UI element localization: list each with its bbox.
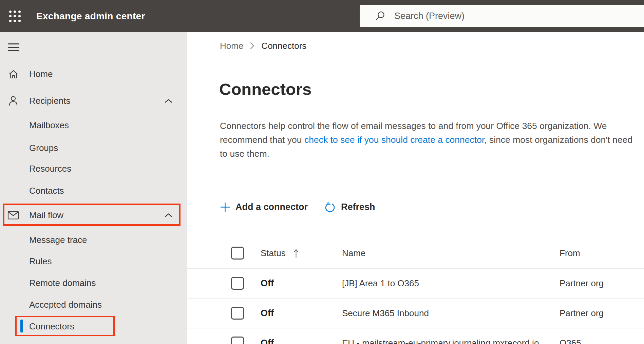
sidebar-item-recipients[interactable]: Recipients — [0, 90, 187, 112]
sidebar-item-label: Contacts — [29, 186, 64, 196]
left-nav: Home Recipients Mailboxes Groups Resourc… — [0, 32, 187, 344]
sidebar-item-label: Connectors — [29, 321, 74, 332]
breadcrumb-current: Connectors — [261, 41, 306, 51]
selected-item-indicator — [20, 320, 23, 332]
toolbar-divider — [220, 192, 644, 192]
page-description: Connectors help control the flow of emai… — [220, 119, 641, 161]
sidebar-item-contacts[interactable]: Contacts — [0, 180, 187, 202]
refresh-label: Refresh — [341, 202, 375, 212]
app-launcher-waffle-icon[interactable] — [8, 9, 22, 23]
connector-status: Off — [261, 278, 274, 289]
breadcrumb-home-link[interactable]: Home — [220, 41, 243, 51]
sort-ascending-icon[interactable] — [293, 248, 299, 258]
home-icon — [7, 68, 19, 80]
main-content: Home Connectors Connectors Connectors he… — [187, 32, 644, 344]
person-icon — [7, 95, 19, 107]
sidebar-item-rules[interactable]: Rules — [0, 250, 187, 272]
connector-name[interactable]: [JB] Area 1 to O365 — [342, 278, 560, 289]
chevron-right-icon — [250, 42, 254, 50]
sidebar-item-resources[interactable]: Resources — [0, 158, 187, 179]
sidebar-item-accepted-domains[interactable]: Accepted domains — [0, 294, 187, 316]
sidebar-item-mail-flow[interactable]: Mail flow — [0, 204, 187, 226]
connector-status: Off — [261, 338, 274, 344]
chevron-up-icon[interactable] — [165, 213, 172, 217]
connector-status: Off — [261, 308, 274, 319]
connector-from: O365 — [560, 338, 644, 344]
select-all-checkbox[interactable] — [231, 247, 244, 260]
row-checkbox[interactable] — [231, 337, 244, 344]
create-connector-check-link[interactable]: check to see if you should create a conn… — [304, 135, 487, 145]
add-connector-label: Add a connector — [235, 202, 308, 212]
sidebar-item-label: Mail flow — [29, 210, 63, 221]
row-checkbox[interactable] — [231, 307, 244, 320]
sidebar-item-message-trace[interactable]: Message trace — [0, 229, 187, 251]
sidebar-item-label: Groups — [29, 143, 58, 153]
sidebar-item-mailboxes[interactable]: Mailboxes — [0, 114, 187, 136]
refresh-icon — [324, 201, 336, 213]
connector-name[interactable]: Secure M365 Inbound — [342, 308, 560, 319]
command-bar: Add a connector Refresh — [220, 197, 375, 217]
sidebar-item-groups[interactable]: Groups — [0, 137, 187, 159]
connector-name[interactable]: EU - mailstream-eu-primary.journaling.mx… — [342, 338, 560, 344]
page-title: Connectors — [219, 80, 311, 99]
sidebar-item-label: Home — [29, 69, 53, 79]
table-header-row: Status Name From — [187, 238, 644, 269]
sidebar-item-label: Mailboxes — [29, 120, 69, 131]
mail-icon — [7, 209, 19, 221]
plus-icon — [220, 202, 230, 212]
table-row[interactable]: Off [JB] Area 1 to O365 Partner org — [187, 269, 644, 299]
sidebar-item-label: Message trace — [29, 235, 87, 245]
table-row[interactable]: Off EU - mailstream-eu-primary.journalin… — [187, 328, 644, 344]
search-icon — [375, 11, 385, 21]
connector-from: Partner org — [560, 308, 644, 319]
connector-from: Partner org — [560, 278, 644, 289]
breadcrumb: Home Connectors — [220, 40, 306, 52]
column-header-status[interactable]: Status — [261, 248, 286, 259]
column-header-from[interactable]: From — [560, 248, 644, 259]
table-row[interactable]: Off Secure M365 Inbound Partner org — [187, 299, 644, 328]
add-connector-button[interactable]: Add a connector — [220, 202, 308, 212]
top-app-bar: Exchange admin center Search (Preview) — [0, 0, 644, 32]
sidebar-item-label: Rules — [29, 256, 52, 267]
column-header-name[interactable]: Name — [342, 248, 560, 259]
sidebar-item-label: Accepted domains — [29, 300, 102, 310]
app-title: Exchange admin center — [36, 0, 145, 32]
sidebar-item-label: Recipients — [29, 96, 70, 106]
sidebar-item-remote-domains[interactable]: Remote domains — [0, 272, 187, 294]
hamburger-menu-icon[interactable] — [8, 43, 19, 51]
search-input[interactable]: Search (Preview) — [360, 5, 644, 27]
sidebar-item-connectors[interactable]: Connectors — [0, 316, 187, 337]
refresh-button[interactable]: Refresh — [324, 201, 375, 213]
row-checkbox[interactable] — [231, 277, 244, 290]
sidebar-item-label: Resources — [29, 164, 71, 174]
chevron-up-icon[interactable] — [165, 99, 172, 103]
sidebar-item-label: Remote domains — [29, 278, 96, 288]
search-placeholder: Search (Preview) — [394, 11, 465, 21]
sidebar-item-home[interactable]: Home — [0, 63, 187, 85]
